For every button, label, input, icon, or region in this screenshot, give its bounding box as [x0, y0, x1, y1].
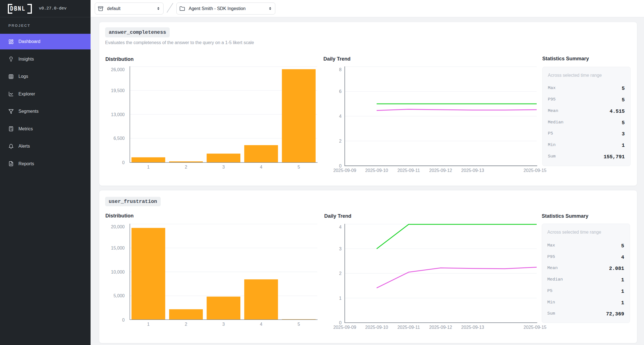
svg-text:6: 6 — [339, 89, 342, 94]
svg-text:2025-09-13: 2025-09-13 — [461, 168, 484, 173]
svg-text:2025-09-11: 2025-09-11 — [397, 325, 420, 330]
svg-text:2025-09-15: 2025-09-15 — [524, 325, 546, 330]
svg-text:2025-09-15: 2025-09-15 — [524, 168, 546, 173]
svg-text:2: 2 — [185, 165, 187, 169]
svg-text:3: 3 — [339, 246, 342, 251]
svg-text:10,000: 10,000 — [111, 270, 125, 274]
svg-text:2: 2 — [185, 322, 187, 327]
svg-text:3: 3 — [222, 322, 225, 327]
svg-text:2025-09-13: 2025-09-13 — [461, 325, 484, 330]
svg-text:5: 5 — [297, 322, 300, 327]
svg-text:4: 4 — [339, 225, 342, 229]
svg-text:3: 3 — [222, 165, 225, 169]
svg-text:2025-09-09: 2025-09-09 — [333, 168, 356, 173]
svg-text:1: 1 — [147, 165, 150, 169]
svg-text:6,500: 6,500 — [113, 136, 125, 141]
svg-text:13,000: 13,000 — [111, 112, 125, 117]
svg-text:1: 1 — [147, 322, 150, 327]
svg-text:2025-09-10: 2025-09-10 — [365, 168, 388, 173]
svg-text:0: 0 — [122, 318, 125, 322]
svg-text:26,000: 26,000 — [111, 67, 125, 72]
svg-text:20,000: 20,000 — [111, 224, 125, 229]
svg-text:1: 1 — [339, 296, 342, 301]
svg-text:4: 4 — [260, 322, 262, 327]
svg-text:2025-09-11: 2025-09-11 — [397, 168, 420, 173]
svg-text:2: 2 — [339, 271, 342, 276]
svg-text:15,000: 15,000 — [111, 246, 125, 250]
svg-text:4: 4 — [339, 114, 342, 119]
svg-text:0: 0 — [339, 164, 342, 168]
svg-text:5: 5 — [297, 165, 300, 169]
svg-text:8: 8 — [339, 67, 342, 72]
svg-text:4: 4 — [260, 165, 262, 169]
svg-text:2025-09-12: 2025-09-12 — [429, 325, 452, 330]
svg-text:2025-09-09: 2025-09-09 — [333, 325, 356, 330]
svg-text:2025-09-10: 2025-09-10 — [365, 325, 388, 330]
svg-text:0: 0 — [122, 160, 125, 165]
svg-text:2025-09-12: 2025-09-12 — [429, 168, 452, 173]
svg-text:0: 0 — [339, 320, 342, 325]
svg-text:2: 2 — [339, 139, 342, 143]
svg-text:5,000: 5,000 — [113, 293, 125, 298]
svg-text:19,500: 19,500 — [111, 88, 125, 93]
